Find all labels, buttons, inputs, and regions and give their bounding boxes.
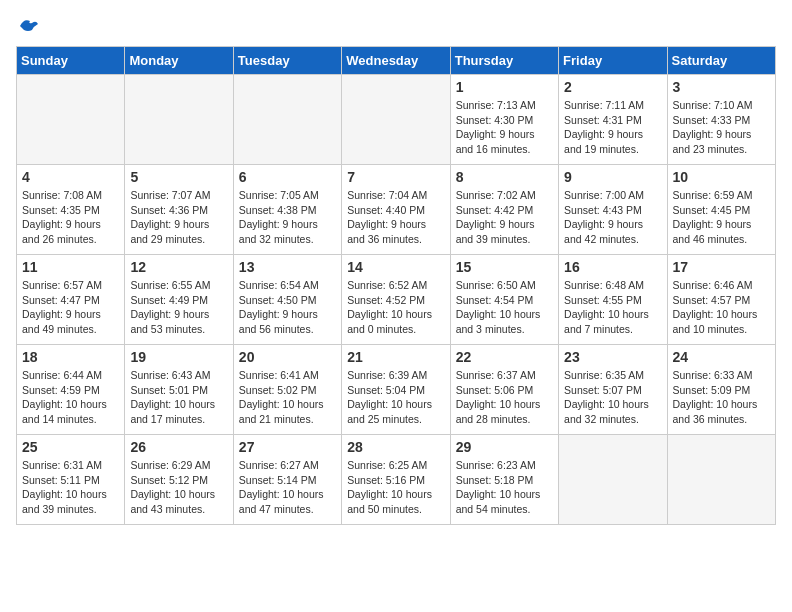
day-info: Sunrise: 7:07 AM Sunset: 4:36 PM Dayligh… xyxy=(130,188,227,247)
day-info: Sunrise: 6:54 AM Sunset: 4:50 PM Dayligh… xyxy=(239,278,336,337)
calendar-cell: 11Sunrise: 6:57 AM Sunset: 4:47 PM Dayli… xyxy=(17,255,125,345)
logo xyxy=(16,16,40,38)
day-number: 1 xyxy=(456,79,553,95)
calendar-cell: 2Sunrise: 7:11 AM Sunset: 4:31 PM Daylig… xyxy=(559,75,667,165)
day-number: 15 xyxy=(456,259,553,275)
calendar-cell: 7Sunrise: 7:04 AM Sunset: 4:40 PM Daylig… xyxy=(342,165,450,255)
day-info: Sunrise: 6:27 AM Sunset: 5:14 PM Dayligh… xyxy=(239,458,336,517)
day-info: Sunrise: 6:52 AM Sunset: 4:52 PM Dayligh… xyxy=(347,278,444,337)
day-of-week-header: Sunday xyxy=(17,47,125,75)
day-number: 29 xyxy=(456,439,553,455)
day-number: 10 xyxy=(673,169,770,185)
logo-bird-icon xyxy=(18,16,40,34)
day-number: 24 xyxy=(673,349,770,365)
day-info: Sunrise: 7:00 AM Sunset: 4:43 PM Dayligh… xyxy=(564,188,661,247)
calendar-cell: 16Sunrise: 6:48 AM Sunset: 4:55 PM Dayli… xyxy=(559,255,667,345)
day-number: 16 xyxy=(564,259,661,275)
day-info: Sunrise: 6:50 AM Sunset: 4:54 PM Dayligh… xyxy=(456,278,553,337)
day-info: Sunrise: 6:37 AM Sunset: 5:06 PM Dayligh… xyxy=(456,368,553,427)
calendar-cell: 15Sunrise: 6:50 AM Sunset: 4:54 PM Dayli… xyxy=(450,255,558,345)
calendar-cell: 17Sunrise: 6:46 AM Sunset: 4:57 PM Dayli… xyxy=(667,255,775,345)
calendar-cell: 23Sunrise: 6:35 AM Sunset: 5:07 PM Dayli… xyxy=(559,345,667,435)
day-info: Sunrise: 6:31 AM Sunset: 5:11 PM Dayligh… xyxy=(22,458,119,517)
day-of-week-header: Thursday xyxy=(450,47,558,75)
day-number: 8 xyxy=(456,169,553,185)
day-number: 26 xyxy=(130,439,227,455)
day-info: Sunrise: 6:33 AM Sunset: 5:09 PM Dayligh… xyxy=(673,368,770,427)
day-info: Sunrise: 6:43 AM Sunset: 5:01 PM Dayligh… xyxy=(130,368,227,427)
calendar-cell: 22Sunrise: 6:37 AM Sunset: 5:06 PM Dayli… xyxy=(450,345,558,435)
calendar-cell xyxy=(125,75,233,165)
day-number: 21 xyxy=(347,349,444,365)
day-info: Sunrise: 6:39 AM Sunset: 5:04 PM Dayligh… xyxy=(347,368,444,427)
day-number: 12 xyxy=(130,259,227,275)
day-number: 2 xyxy=(564,79,661,95)
day-info: Sunrise: 6:48 AM Sunset: 4:55 PM Dayligh… xyxy=(564,278,661,337)
day-info: Sunrise: 6:29 AM Sunset: 5:12 PM Dayligh… xyxy=(130,458,227,517)
calendar-cell: 9Sunrise: 7:00 AM Sunset: 4:43 PM Daylig… xyxy=(559,165,667,255)
day-of-week-header: Saturday xyxy=(667,47,775,75)
calendar-cell: 13Sunrise: 6:54 AM Sunset: 4:50 PM Dayli… xyxy=(233,255,341,345)
day-info: Sunrise: 6:46 AM Sunset: 4:57 PM Dayligh… xyxy=(673,278,770,337)
day-number: 28 xyxy=(347,439,444,455)
day-number: 17 xyxy=(673,259,770,275)
day-number: 19 xyxy=(130,349,227,365)
calendar-cell: 6Sunrise: 7:05 AM Sunset: 4:38 PM Daylig… xyxy=(233,165,341,255)
calendar-cell: 12Sunrise: 6:55 AM Sunset: 4:49 PM Dayli… xyxy=(125,255,233,345)
day-info: Sunrise: 6:55 AM Sunset: 4:49 PM Dayligh… xyxy=(130,278,227,337)
calendar-cell: 25Sunrise: 6:31 AM Sunset: 5:11 PM Dayli… xyxy=(17,435,125,525)
day-info: Sunrise: 7:10 AM Sunset: 4:33 PM Dayligh… xyxy=(673,98,770,157)
day-info: Sunrise: 7:02 AM Sunset: 4:42 PM Dayligh… xyxy=(456,188,553,247)
day-number: 3 xyxy=(673,79,770,95)
day-number: 7 xyxy=(347,169,444,185)
calendar-cell xyxy=(342,75,450,165)
calendar-table: SundayMondayTuesdayWednesdayThursdayFrid… xyxy=(16,46,776,525)
day-number: 11 xyxy=(22,259,119,275)
calendar-cell xyxy=(559,435,667,525)
calendar-cell: 14Sunrise: 6:52 AM Sunset: 4:52 PM Dayli… xyxy=(342,255,450,345)
day-number: 23 xyxy=(564,349,661,365)
calendar-cell xyxy=(17,75,125,165)
calendar-cell: 18Sunrise: 6:44 AM Sunset: 4:59 PM Dayli… xyxy=(17,345,125,435)
calendar-cell: 3Sunrise: 7:10 AM Sunset: 4:33 PM Daylig… xyxy=(667,75,775,165)
calendar-cell: 20Sunrise: 6:41 AM Sunset: 5:02 PM Dayli… xyxy=(233,345,341,435)
day-info: Sunrise: 6:25 AM Sunset: 5:16 PM Dayligh… xyxy=(347,458,444,517)
day-number: 20 xyxy=(239,349,336,365)
day-number: 18 xyxy=(22,349,119,365)
day-of-week-header: Friday xyxy=(559,47,667,75)
day-number: 5 xyxy=(130,169,227,185)
day-number: 22 xyxy=(456,349,553,365)
calendar-cell: 28Sunrise: 6:25 AM Sunset: 5:16 PM Dayli… xyxy=(342,435,450,525)
day-info: Sunrise: 6:44 AM Sunset: 4:59 PM Dayligh… xyxy=(22,368,119,427)
day-info: Sunrise: 6:59 AM Sunset: 4:45 PM Dayligh… xyxy=(673,188,770,247)
day-info: Sunrise: 7:08 AM Sunset: 4:35 PM Dayligh… xyxy=(22,188,119,247)
calendar-cell: 29Sunrise: 6:23 AM Sunset: 5:18 PM Dayli… xyxy=(450,435,558,525)
day-of-week-header: Tuesday xyxy=(233,47,341,75)
day-number: 14 xyxy=(347,259,444,275)
day-info: Sunrise: 7:05 AM Sunset: 4:38 PM Dayligh… xyxy=(239,188,336,247)
day-info: Sunrise: 7:04 AM Sunset: 4:40 PM Dayligh… xyxy=(347,188,444,247)
day-info: Sunrise: 6:41 AM Sunset: 5:02 PM Dayligh… xyxy=(239,368,336,427)
day-info: Sunrise: 7:11 AM Sunset: 4:31 PM Dayligh… xyxy=(564,98,661,157)
day-info: Sunrise: 7:13 AM Sunset: 4:30 PM Dayligh… xyxy=(456,98,553,157)
calendar-cell xyxy=(233,75,341,165)
day-info: Sunrise: 6:23 AM Sunset: 5:18 PM Dayligh… xyxy=(456,458,553,517)
day-info: Sunrise: 6:57 AM Sunset: 4:47 PM Dayligh… xyxy=(22,278,119,337)
calendar-cell: 27Sunrise: 6:27 AM Sunset: 5:14 PM Dayli… xyxy=(233,435,341,525)
calendar-cell: 26Sunrise: 6:29 AM Sunset: 5:12 PM Dayli… xyxy=(125,435,233,525)
day-number: 6 xyxy=(239,169,336,185)
calendar-cell: 24Sunrise: 6:33 AM Sunset: 5:09 PM Dayli… xyxy=(667,345,775,435)
day-number: 4 xyxy=(22,169,119,185)
calendar-cell: 21Sunrise: 6:39 AM Sunset: 5:04 PM Dayli… xyxy=(342,345,450,435)
calendar-cell: 4Sunrise: 7:08 AM Sunset: 4:35 PM Daylig… xyxy=(17,165,125,255)
calendar-cell: 10Sunrise: 6:59 AM Sunset: 4:45 PM Dayli… xyxy=(667,165,775,255)
day-info: Sunrise: 6:35 AM Sunset: 5:07 PM Dayligh… xyxy=(564,368,661,427)
day-number: 13 xyxy=(239,259,336,275)
page-header xyxy=(16,16,776,38)
day-number: 27 xyxy=(239,439,336,455)
day-number: 9 xyxy=(564,169,661,185)
day-of-week-header: Monday xyxy=(125,47,233,75)
day-of-week-header: Wednesday xyxy=(342,47,450,75)
day-number: 25 xyxy=(22,439,119,455)
calendar-cell xyxy=(667,435,775,525)
